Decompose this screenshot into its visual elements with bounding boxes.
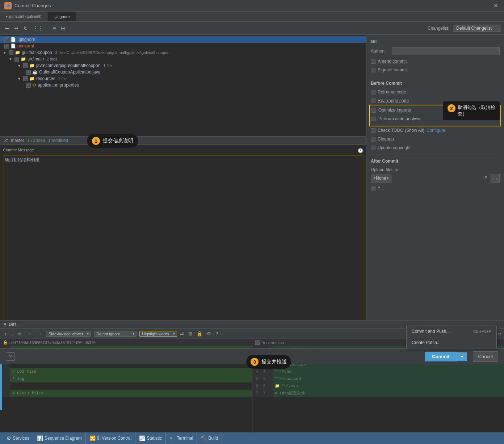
checkbox-gitignore[interactable] [4,37,9,42]
expand-button[interactable]: ≡ [51,24,58,32]
amend-checkbox[interactable] [371,59,375,64]
rearrange-checkbox[interactable] [371,99,375,103]
tree-item-appprops[interactable]: ⚙ application.properties [0,82,366,88]
signoff-label: Sign-off commit [378,67,408,72]
tree-item-srcmain[interactable]: ▼ 📁 src\main 2 files [0,56,366,62]
tree-item-java[interactable]: ▼ 📁 java\com\atguigu\gulimall\coupon 1 f… [0,62,366,69]
vcs-label: 9: Version Control [97,436,131,441]
collapse-button[interactable]: ⊟ [59,24,67,32]
arrow-icon[interactable]: ⬅ [3,24,11,32]
status-services[interactable]: ⚙ Services [3,432,33,444]
diff-help-button[interactable]: ? [214,330,219,337]
checkbox-appprops[interactable] [26,83,31,88]
diff-compare-button[interactable]: ⇄ [178,330,185,337]
statistic-icon: 📈 [139,435,145,441]
diff-settings-button[interactable]: ⚙ [205,330,213,337]
commit-button[interactable]: Commit [425,352,457,361]
todo-label: Check TODO (Show All) [378,128,424,133]
upload-label: Upload files to: [371,167,500,172]
tree-item-gitignore[interactable]: 📄 .gitignore [0,36,366,43]
redo-button[interactable]: ↻ [22,24,30,32]
status-vcs[interactable]: 🔀 9: Version Control [86,432,135,444]
after-commit-divider [371,155,500,155]
diff-back-button[interactable]: ← [26,330,34,337]
ignore-select[interactable]: Do not ignore Ignore whitespace [94,331,136,337]
configure-link[interactable]: Configure [427,128,445,133]
copyright-checkbox[interactable] [371,146,375,150]
checkbox-java[interactable] [23,63,28,68]
reformat-checkbox[interactable] [371,90,375,95]
author-input[interactable] [392,47,500,55]
diff-lock-button[interactable]: 🔒 [195,330,204,337]
lock-icon: 🔒 [3,340,8,345]
signoff-checkbox[interactable] [371,68,375,72]
folder-resources-icon: 📁 [29,76,35,81]
auto-upload-label: A... [378,185,384,190]
perform-checkbox[interactable] [371,117,376,121]
diff-fwd-button[interactable]: → [35,330,43,337]
settings-button[interactable]: ⋮⋮ [31,24,45,32]
status-terminal[interactable]: >_ Terminal [166,432,197,444]
diff-up-button[interactable]: ↑ [3,330,8,337]
upload-more-button[interactable]: ··· [491,174,500,183]
code-row-left-5: *.log [0,375,252,382]
help-button[interactable]: ? [6,352,15,361]
resources-name: resources [36,76,55,81]
pom-icon: 📄 [10,43,16,49]
cleanup-checkbox[interactable] [371,137,375,142]
diff-columns-button[interactable]: ⊞ [187,330,194,337]
checkbox-gulimall[interactable] [26,70,31,75]
checkbox-coupon[interactable] [9,50,13,55]
cancel-button[interactable]: Cancel [473,351,498,362]
auto-upload-checkbox[interactable] [371,186,375,190]
optimize-checkbox[interactable] [371,108,376,113]
highlight-select[interactable]: Highlight words Highlight chars No highl… [139,331,177,337]
tree-item-resources[interactable]: ▼ 📁 resources 1 file [0,75,366,82]
diff-edit-button[interactable]: ✏ [16,330,23,337]
status-sequence[interactable]: 📊 Sequence Diagram [33,432,86,444]
changelist-select[interactable]: Default Changelist [453,25,501,32]
rearrange-label: Rearrange code [378,98,409,103]
status-build[interactable]: 🔨 Build [197,432,222,444]
todo-checkbox[interactable] [371,128,375,133]
upload-select[interactable]: <None> [371,174,391,183]
viewer-select[interactable]: Side-by-side viewer Unified viewer [46,331,91,337]
code-row-left-7: # BlueJ files [0,390,252,397]
branch-modified: 1 modified [48,138,68,143]
folder-srcmain-icon: 📁 [21,56,26,62]
your-version-checkbox[interactable] [255,340,260,345]
tree-item-gulimall[interactable]: ☕ GulimallCouponApplication.java [0,69,366,75]
commit-dropdown-menu: Commit and Push... Ctrl+Alt+K Create Pat… [406,326,497,348]
tab-pom[interactable]: ▸ pom.xml (gulimall) [0,12,47,21]
close-button[interactable]: ✕ [492,1,500,11]
undo-button[interactable]: ↩ [12,24,20,32]
checkbox-pom[interactable] [4,44,9,49]
commit-and-push-item[interactable]: Commit and Push... Ctrl+Alt+K [407,326,496,337]
terminal-icon: >_ [169,435,175,441]
tree-item-coupon[interactable]: ▼ 📁 gulimall-coupon 3 files C:\Users\939… [0,49,366,56]
code-row-right-7: 7 7 # idea配置文件 [252,390,504,397]
checkbox-srcmain[interactable] [14,57,19,62]
diff-down-button[interactable]: ↓ [10,330,15,337]
perform-label: Perform code analysis [378,116,421,121]
folder-java-icon: 📁 [29,63,35,68]
amend-commit-row: Amend commit [371,58,500,64]
build-label: Build [208,436,218,441]
java-info: 1 file [103,63,112,68]
checkbox-resources[interactable] [23,76,28,81]
before-commit-divider [371,77,500,77]
commit-dropdown-arrow[interactable]: ▼ [457,352,467,361]
author-label: Author: [371,49,389,54]
create-patch-item[interactable]: Create Patch... [407,337,496,348]
folder-inline-icon: 📁 [275,382,280,390]
branch-info: ⎇ master 16 added 1 modified [0,136,366,145]
your-version: Your version [255,340,284,345]
clock-icon: 🕐 [358,148,363,153]
status-statistic[interactable]: 📈 Statistic [135,432,166,444]
java-name: java\com\atguigu\gulimall\coupon [36,63,100,68]
annotation-3-text: 提交并推送 [261,359,287,365]
reformat-row: Reformat code [371,89,500,95]
tree-item-pom[interactable]: 📄 pom.xml [0,43,366,49]
tab-gitignore[interactable]: .gitignore [47,12,76,21]
annotation-3-num: 3 [251,358,259,366]
